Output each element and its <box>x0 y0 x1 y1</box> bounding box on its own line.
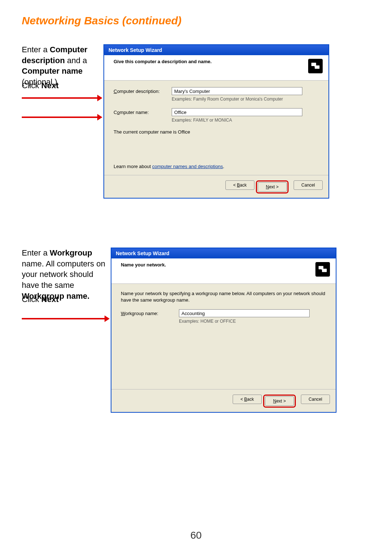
computer-description-input[interactable] <box>172 87 302 95</box>
workgroup-name-input[interactable] <box>179 309 310 317</box>
text-fragment: omputer description: <box>117 89 160 94</box>
computer-description-label: Computer description: <box>114 89 172 94</box>
computer-name-label: Computer name: <box>114 110 172 115</box>
underline-char: W <box>121 311 125 316</box>
arrow-icon <box>22 117 98 118</box>
text-fragment: Click <box>22 295 41 304</box>
text-fragment: Enter a <box>22 45 50 54</box>
wizard-body: Computer description: Examples: Family R… <box>104 81 328 175</box>
text-fragment: C <box>114 110 117 115</box>
underline-char: o <box>117 110 119 115</box>
wizard-titlebar: Network Setup Wizard <box>104 45 328 55</box>
text-fragment: ack <box>240 183 247 188</box>
text-fragment: and a <box>65 56 87 65</box>
underline-char: B <box>244 397 247 402</box>
svg-rect-4 <box>322 269 327 272</box>
step-2-click-next: Click Next <box>22 295 58 304</box>
step-2-text: Enter a Workgroup name. All computers on… <box>22 248 107 301</box>
wizard-header-text: Name your network. <box>121 262 166 268</box>
text-fragment: The current computer name is <box>114 129 178 135</box>
wizard-2: Network Setup Wizard Name your network. … <box>111 248 336 413</box>
text-fragment: < <box>233 183 237 188</box>
text-fragment: ack <box>247 397 254 402</box>
wizard-header: Name your network. <box>111 258 336 284</box>
wizard-titlebar: Network Setup Wizard <box>111 248 336 258</box>
text-bold: Next <box>41 81 59 90</box>
text-fragment: < <box>240 397 244 402</box>
text-fragment: Enter a <box>22 248 50 257</box>
underline-char: B <box>237 183 240 188</box>
computer-description-row: Computer description: <box>114 87 319 95</box>
text-fragment: . <box>223 164 224 169</box>
text-bold: Computer name <box>22 66 82 76</box>
wizard-body: Name your network by specifying a workgr… <box>111 284 336 389</box>
text-fragment: ext > <box>269 184 278 189</box>
page-title: Networking Basics (continued) <box>22 15 363 27</box>
step-1: Enter a Computer description and a Compu… <box>22 44 363 219</box>
computer-network-icon <box>315 262 330 277</box>
workgroup-name-row: Workgroup name: <box>121 309 326 317</box>
wizard-button-bar: < Back Next > Cancel <box>111 389 336 412</box>
computer-name-row: Computer name: <box>114 108 319 116</box>
cancel-button[interactable]: Cancel <box>294 180 323 190</box>
workgroup-note: Name your network by specifying a workgr… <box>121 290 326 303</box>
text-fragment: orkgroup name: <box>125 311 158 316</box>
underline-char: N <box>273 399 276 404</box>
step-2-instructions: Enter a Workgroup name. All computers on… <box>22 248 111 311</box>
learn-more-link[interactable]: computer names and descriptions <box>152 164 223 169</box>
next-button[interactable]: Next > <box>258 182 287 192</box>
wizard-header: Give this computer a description and nam… <box>104 55 328 81</box>
text-fragment: mputer name: <box>120 110 149 115</box>
text-fragment: Learn more about <box>114 164 152 169</box>
workgroup-name-label: Workgroup name: <box>121 311 179 316</box>
step-2: Enter a Workgroup name. All computers on… <box>22 248 363 422</box>
current-computer-name: The current computer name is Office <box>114 129 319 135</box>
text-bold: Workgroup <box>50 248 92 257</box>
underline-char: N <box>266 184 269 189</box>
workgroup-examples: Examples: HOME or OFFICE <box>179 319 326 324</box>
current-name-value: Office <box>178 129 190 135</box>
learn-more: Learn more about computer names and desc… <box>114 164 319 169</box>
underline-char: C <box>114 89 117 94</box>
wizard-header-text: Give this computer a description and nam… <box>114 59 212 64</box>
text-fragment: name. All computers on your network shou… <box>22 259 105 290</box>
text-fragment: Click <box>22 81 41 90</box>
step-1-instructions: Enter a Computer description and a Compu… <box>22 44 103 98</box>
step-1-click-next: Click Next <box>22 81 58 90</box>
page-number: 60 <box>0 530 392 541</box>
computer-name-input[interactable] <box>172 108 302 116</box>
computer-network-icon <box>308 59 323 73</box>
wizard-1: Network Setup Wizard Give this computer … <box>103 44 329 199</box>
wizard-button-bar: < Back Next > Cancel <box>104 175 328 198</box>
svg-rect-1 <box>315 65 319 69</box>
next-highlight: Next > <box>263 395 296 408</box>
text-bold: Next <box>41 295 59 304</box>
next-highlight: Next > <box>256 180 289 193</box>
arrow-icon <box>22 97 98 99</box>
back-button[interactable]: < Back <box>225 180 254 190</box>
back-button[interactable]: < Back <box>233 395 262 404</box>
next-button[interactable]: Next > <box>265 396 294 406</box>
name-examples: Examples: FAMILY or MONICA <box>172 118 319 123</box>
text-fragment: ext > <box>276 399 286 404</box>
description-examples: Examples: Family Room Computer or Monica… <box>172 97 319 102</box>
cancel-button[interactable]: Cancel <box>301 395 330 404</box>
document-page: Networking Basics (continued) Enter a Co… <box>0 0 392 555</box>
arrow-icon <box>22 318 105 319</box>
